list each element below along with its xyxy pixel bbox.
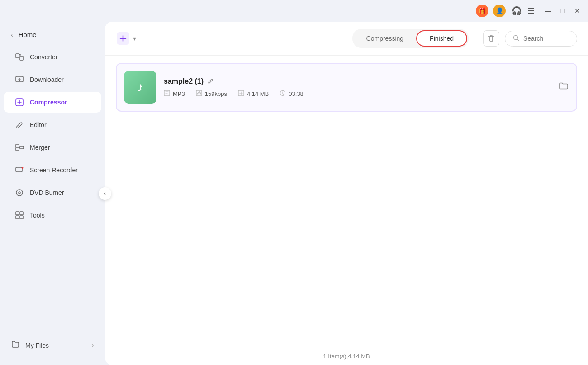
table-row: ♪ sample2 (1) bbox=[116, 63, 577, 112]
sidebar-item-editor[interactable]: Editor bbox=[4, 114, 101, 135]
sidebar-item-merger[interactable]: Merger bbox=[4, 137, 101, 158]
tab-compressing[interactable]: Compressing bbox=[354, 30, 416, 47]
window-controls: — □ ✕ bbox=[543, 5, 583, 16]
file-name-row: sample2 (1) bbox=[164, 77, 569, 85]
home-label: Home bbox=[19, 31, 37, 38]
menu-icon[interactable]: ☰ bbox=[527, 6, 535, 16]
merger-icon bbox=[14, 142, 24, 152]
file-format: MP3 bbox=[164, 90, 185, 98]
toolbar-actions bbox=[483, 30, 577, 47]
title-bar: 🎁 👤 🎧 ☰ — □ ✕ bbox=[0, 0, 588, 22]
file-info: sample2 (1) bbox=[164, 77, 569, 98]
tab-finished[interactable]: Finished bbox=[416, 30, 467, 47]
file-format-value: MP3 bbox=[173, 90, 185, 97]
sidebar-item-label-downloader: Downloader bbox=[30, 76, 64, 83]
file-thumbnail: ♪ bbox=[124, 71, 156, 104]
sidebar-item-my-files[interactable]: My Files › bbox=[4, 335, 101, 356]
add-file-button[interactable]: ▾ bbox=[116, 31, 136, 46]
file-list: ♪ sample2 (1) bbox=[105, 56, 588, 347]
main-content: ▾ Compressing Finished bbox=[105, 22, 588, 365]
sidebar-item-screen-recorder[interactable]: Screen Recorder bbox=[4, 160, 101, 180]
svg-rect-11 bbox=[16, 212, 19, 215]
sidebar-item-label-merger: Merger bbox=[30, 144, 50, 151]
screen-recorder-icon bbox=[14, 165, 24, 175]
bitrate-icon bbox=[196, 90, 202, 98]
format-icon bbox=[164, 90, 170, 98]
file-size: 4.14 MB bbox=[238, 90, 269, 98]
svg-rect-1 bbox=[20, 56, 23, 60]
toolbar: ▾ Compressing Finished bbox=[105, 22, 588, 56]
close-button[interactable]: ✕ bbox=[572, 5, 583, 16]
sidebar-item-compressor[interactable]: Compressor bbox=[4, 92, 101, 113]
sidebar-nav: Converter Downloader C bbox=[0, 46, 105, 329]
sidebar-home[interactable]: ‹ Home bbox=[0, 25, 105, 44]
svg-rect-12 bbox=[20, 212, 23, 215]
tools-icon bbox=[14, 210, 24, 220]
sidebar-bottom: My Files › bbox=[0, 329, 105, 361]
tab-group: Compressing Finished bbox=[352, 29, 469, 48]
search-box[interactable] bbox=[505, 31, 577, 47]
sidebar-item-converter[interactable]: Converter bbox=[4, 47, 101, 67]
svg-point-9 bbox=[16, 190, 23, 196]
file-size-value: 4.14 MB bbox=[247, 90, 269, 97]
downloader-icon bbox=[14, 75, 24, 85]
file-duration-value: 03:38 bbox=[289, 90, 303, 97]
sidebar-item-downloader[interactable]: Downloader bbox=[4, 69, 101, 90]
sidebar-item-tools[interactable]: Tools bbox=[4, 205, 101, 226]
svg-point-8 bbox=[22, 167, 24, 169]
search-icon bbox=[512, 34, 520, 43]
headset-icon[interactable]: 🎧 bbox=[510, 5, 523, 17]
add-dropdown-arrow: ▾ bbox=[133, 35, 136, 42]
compressor-icon bbox=[14, 97, 24, 107]
gift-icon[interactable]: 🎁 bbox=[476, 5, 488, 17]
sidebar-item-label-compressor: Compressor bbox=[30, 99, 67, 106]
sidebar-item-label-dvd-burner: DVD Burner bbox=[30, 189, 64, 196]
delete-button[interactable] bbox=[483, 30, 499, 47]
size-icon bbox=[238, 90, 244, 98]
status-text: 1 Item(s),4.14 MB bbox=[323, 353, 370, 360]
sidebar-collapse-button[interactable]: ‹ bbox=[99, 187, 111, 200]
svg-rect-5 bbox=[15, 148, 19, 150]
file-meta: MP3 159kbps bbox=[164, 90, 569, 98]
file-bitrate-value: 159kbps bbox=[205, 90, 227, 97]
svg-rect-18 bbox=[196, 90, 202, 96]
status-bar: 1 Item(s),4.14 MB bbox=[105, 347, 588, 365]
sidebar-item-label-converter: Converter bbox=[30, 53, 57, 61]
svg-rect-4 bbox=[15, 145, 19, 147]
minimize-button[interactable]: — bbox=[543, 5, 554, 16]
converter-icon bbox=[14, 52, 24, 62]
sidebar-item-label-editor: Editor bbox=[30, 121, 47, 128]
sidebar-item-dvd-burner[interactable]: DVD Burner bbox=[4, 182, 101, 203]
editor-icon bbox=[14, 120, 24, 130]
file-bitrate: 159kbps bbox=[196, 90, 227, 98]
dvd-burner-icon bbox=[14, 188, 24, 198]
title-bar-icons: 🎁 👤 🎧 ☰ — □ ✕ bbox=[476, 5, 583, 17]
sidebar-item-label-tools: Tools bbox=[30, 212, 45, 219]
file-name: sample2 (1) bbox=[164, 77, 204, 85]
duration-icon bbox=[280, 90, 286, 98]
sidebar: ‹ Home Converter bbox=[0, 22, 105, 365]
svg-rect-14 bbox=[20, 216, 23, 219]
file-edit-icon[interactable] bbox=[207, 77, 214, 85]
svg-point-10 bbox=[19, 192, 20, 194]
file-duration: 03:38 bbox=[280, 90, 303, 98]
search-input[interactable] bbox=[523, 35, 569, 42]
my-files-label: My Files bbox=[25, 342, 49, 349]
sidebar-item-label-screen-recorder: Screen Recorder bbox=[30, 166, 78, 174]
svg-rect-6 bbox=[20, 146, 24, 149]
user-avatar-icon[interactable]: 👤 bbox=[493, 5, 506, 17]
app-body: ‹ Home Converter bbox=[0, 22, 588, 365]
svg-rect-13 bbox=[16, 216, 19, 219]
chevron-left-icon: ‹ bbox=[11, 31, 13, 38]
my-files-arrow-icon: › bbox=[91, 341, 94, 350]
maximize-button[interactable]: □ bbox=[557, 5, 568, 16]
svg-rect-0 bbox=[16, 54, 19, 58]
my-files-icon bbox=[11, 340, 20, 351]
svg-rect-7 bbox=[16, 167, 22, 172]
file-open-folder-button[interactable] bbox=[558, 81, 569, 94]
